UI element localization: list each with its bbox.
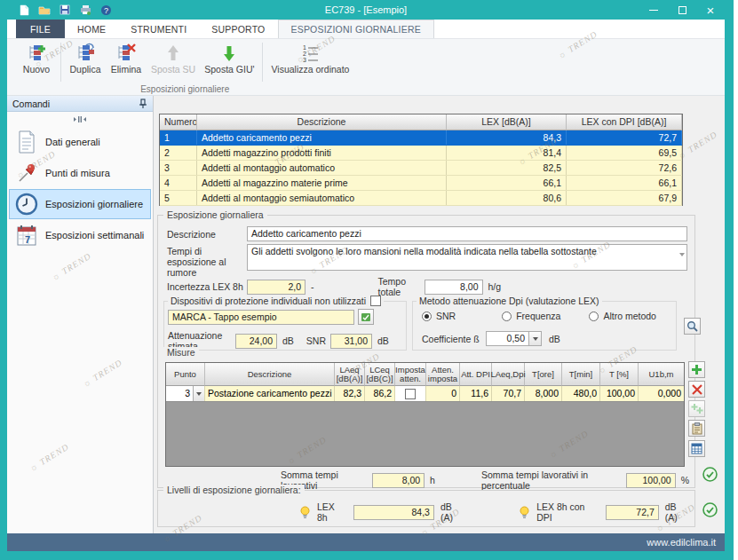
misura-t-min[interactable]: 480,0 — [562, 386, 600, 401]
splitter-collapse-icon[interactable] — [7, 112, 153, 126]
help-icon[interactable]: ? — [99, 4, 112, 16]
mcol-att-dpi[interactable]: Att. DPI — [460, 363, 492, 386]
table-row[interactable]: 5 Addetti al montaggio semiautomatico 80… — [160, 191, 682, 206]
table-row[interactable]: 3 Addetti al montaggio automatico 82,5 7… — [160, 161, 682, 176]
misura-atten-imposta[interactable]: 0 — [426, 386, 460, 401]
sidebar-item-esposizioni-giornaliere[interactable]: Esposizioni giornaliere — [9, 189, 151, 219]
print-icon[interactable] — [79, 4, 91, 16]
mcol-laeq[interactable]: LAeq [dB(A)] — [335, 363, 365, 386]
somma-perc-input[interactable]: 100,00 — [626, 473, 675, 488]
mcol-punto[interactable]: Punto — [166, 363, 205, 386]
incertezza-label: Incertezza LEX 8h — [167, 281, 247, 292]
nuovo-button[interactable]: Nuovo — [16, 41, 57, 83]
select-dpi-button[interactable] — [358, 309, 374, 325]
pin-icon[interactable] — [139, 99, 147, 109]
dpi-non-utilizzati-checkbox[interactable] — [370, 296, 381, 306]
mcol-lceq[interactable]: LCeq [dB(C)] — [365, 363, 395, 386]
lex8h-unit: dB (A) — [440, 501, 464, 523]
misura-t-perc[interactable]: 100,00 — [600, 386, 639, 401]
sposta-giu-label: Sposta GIU' — [204, 65, 254, 75]
maximize-button[interactable] — [668, 0, 696, 20]
mcol-u1bm[interactable]: U1b,m — [639, 363, 684, 386]
cell-lex-dpi: 69,5 — [567, 146, 682, 160]
ribbon-separator — [262, 43, 263, 82]
attenuazione-stimata-input[interactable]: 24,00 — [235, 334, 277, 349]
misura-t-ore[interactable]: 8,000 — [525, 386, 562, 401]
sidebar-item-punti-di-misura[interactable]: Punti di misura — [9, 158, 151, 188]
mcol-atten-imposta[interactable]: Atten. imposta — [426, 363, 460, 386]
duplica-button[interactable]: Duplica — [65, 41, 106, 83]
calculator-button[interactable] — [688, 440, 705, 457]
misura-laeq[interactable]: 82,3 — [335, 386, 365, 401]
edilclima-link[interactable]: www.edilclima.it — [647, 537, 716, 548]
tab-file[interactable]: FILE — [16, 20, 65, 38]
lex8h-value: 84,3 — [353, 505, 433, 520]
misura-descrizione[interactable]: Postazione caricamento pezzi — [205, 386, 335, 401]
somma-tempi-unit: h — [430, 475, 435, 485]
somma-perc-label: Somma tempi lavorativi in percentuale — [481, 469, 619, 491]
imposta-atten-checkbox[interactable] — [405, 389, 416, 399]
tab-home[interactable]: HOME — [65, 20, 118, 38]
tempi-esposizione-textarea[interactable]: Gli addetti svolgono le loro mansioni ne… — [247, 244, 687, 271]
misura-att-dpi[interactable]: 11,6 — [460, 386, 492, 401]
mcol-t-ore[interactable]: T[ore] — [525, 363, 562, 386]
scroll-down-icon[interactable] — [679, 256, 685, 268]
document-icon — [15, 130, 38, 154]
tempo-totale-unit: h/g — [488, 281, 502, 292]
app-window: ? EC739 - [Esempio] × FILE HOME STRUMENT… — [0, 0, 734, 560]
table-row[interactable]: 1 Addetto caricamento pezzi 84,3 72,7 — [160, 130, 682, 146]
snr-input[interactable]: 31,00 — [330, 334, 372, 349]
radio-snr[interactable] — [422, 312, 432, 321]
svg-text:2: 2 — [303, 51, 306, 57]
mcol-t-perc[interactable]: T [%] — [600, 363, 639, 386]
coefficiente-combo[interactable]: 0,50 — [486, 331, 542, 346]
cell-descrizione: Addetti al montaggio semiautomatico — [197, 191, 447, 205]
minimize-button[interactable] — [639, 0, 668, 20]
open-folder-icon[interactable] — [38, 4, 51, 16]
mcol-t-min[interactable]: T[min] — [562, 363, 600, 386]
delete-misura-button[interactable] — [688, 381, 705, 398]
punto-combo[interactable]: 3 — [166, 386, 205, 401]
misura-lceq[interactable]: 86,2 — [365, 386, 395, 401]
cell-lex: 80,6 — [447, 191, 567, 205]
livelli-esposizione-group: Livelli di esposizione giornaliera: LEX … — [157, 490, 695, 527]
misura-u1bm[interactable]: 0,000 — [639, 386, 684, 401]
radio-altro-metodo[interactable] — [589, 312, 599, 321]
incertezza-input[interactable]: 2,0 — [247, 280, 306, 295]
cell-lex-dpi: 67,9 — [567, 191, 682, 205]
mcol-laeq-dpi[interactable]: LAeq,Dpi — [492, 363, 525, 386]
col-descrizione[interactable]: Descrizione — [197, 114, 447, 130]
sidebar-item-dati-generali[interactable]: Dati generali — [9, 127, 151, 157]
col-lex[interactable]: LEX [dB(A)] — [447, 114, 567, 130]
descrizione-input[interactable]: Addetto caricamento pezzi — [247, 226, 687, 241]
table-row[interactable]: 2 Addetti magazzino prodotti finiti 81,4… — [160, 146, 682, 161]
search-button[interactable] — [684, 318, 701, 335]
tempo-totale-input[interactable]: 8,00 — [425, 280, 483, 295]
elimina-button[interactable]: Elimina — [106, 41, 147, 83]
radio-frequenza[interactable] — [502, 312, 512, 321]
add-misura-button[interactable] — [688, 361, 705, 378]
sposta-giu-button[interactable]: Sposta GIU' — [200, 41, 258, 83]
visualizza-ordinato-button[interactable]: 123 Visualizza ordinato — [266, 41, 353, 83]
sidebar: Comandi Dati generali Punti di misura Es… — [7, 96, 154, 533]
dpi-subgroup: Dispositivi di protezione individuali no… — [163, 301, 407, 351]
misura-row[interactable]: 3 Postazione caricamento pezzi 82,3 86,2… — [166, 386, 684, 402]
tab-supporto[interactable]: SUPPORTO — [199, 20, 277, 38]
table-row[interactable]: 4 Addetti al magazzino materie prime 66,… — [160, 176, 682, 191]
col-lex-con-dpi[interactable]: LEX con DPI [dB(A)] — [567, 114, 682, 130]
tab-esposizioni-giornaliere[interactable]: ESPOSIZIONI GIORNALIERE — [278, 20, 434, 38]
mcol-imposta-atten[interactable]: Imposta atten. — [395, 363, 426, 386]
sidebar-title: Comandi — [12, 99, 139, 109]
marca-dpi-input[interactable]: MARCA - Tappo esempio — [168, 310, 354, 325]
paste-clipboard-button[interactable] — [688, 420, 705, 437]
cell-lex-dpi: 66,1 — [567, 176, 682, 190]
save-icon[interactable] — [59, 4, 71, 16]
mcol-descrizione[interactable]: Descrizione — [205, 363, 335, 386]
sidebar-item-esposizioni-settimanali[interactable]: 7 Esposizioni settimanali — [9, 220, 151, 250]
somma-tempi-input[interactable]: 8,00 — [372, 473, 425, 488]
tab-strumenti[interactable]: STRUMENTI — [118, 20, 199, 38]
col-numero[interactable]: Numero — [160, 114, 197, 130]
misura-laeq-dpi[interactable]: 70,7 — [492, 386, 525, 401]
close-button[interactable]: × — [696, 0, 725, 20]
new-file-icon[interactable] — [18, 4, 30, 16]
